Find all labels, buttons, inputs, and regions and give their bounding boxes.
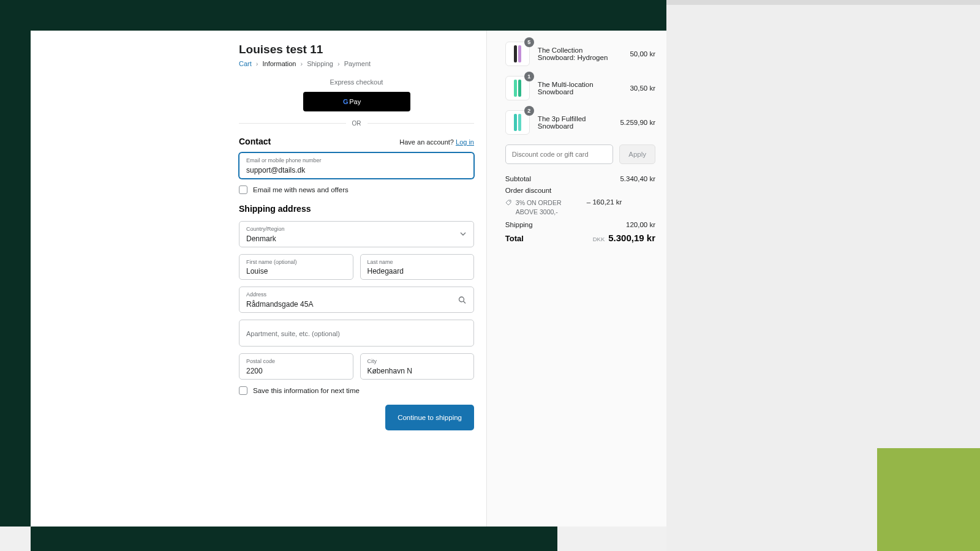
chevron-right-icon: › [256,60,258,67]
breadcrumb-payment[interactable]: Payment [344,60,371,67]
svg-point-2 [459,297,464,302]
breadcrumb-cart[interactable]: Cart [239,60,252,67]
product-price: 30,50 kr [630,84,655,92]
lastname-label: Last name [368,259,467,266]
email-input[interactable] [246,165,467,176]
city-input[interactable] [368,366,467,377]
line-item: 2 The 3p Fulfilled Snowboard 5.259,90 kr [505,110,655,135]
svg-text:Pay: Pay [349,98,361,105]
address-field[interactable]: Address [239,287,474,313]
contact-heading: Contact [239,137,271,146]
chevron-down-icon [460,231,466,237]
express-checkout-label: Express checkout [239,78,474,86]
line-item: 1 The Multi-location Snowboard 30,50 kr [505,76,655,100]
slide-background-left [0,0,31,527]
accent-block [877,448,980,551]
breadcrumb: Cart › Information › Shipping › Payment [239,60,474,67]
news-label: Email me with news and offers [253,186,349,193]
postal-label: Postal code [246,358,346,365]
breadcrumb-shipping[interactable]: Shipping [307,60,333,67]
total-value: 5.300,19 kr [608,233,655,243]
address-input[interactable] [246,299,467,310]
apply-discount-button[interactable]: Apply [619,144,655,164]
firstname-field[interactable]: First name (optional) [239,254,353,280]
google-pay-icon: G Pay [343,96,370,107]
product-name: The Multi-location Snowboard [538,81,622,96]
city-label: City [368,358,467,365]
email-label: Email or mobile phone number [246,157,467,164]
svg-text:G: G [343,98,349,105]
product-thumb-wrap: 5 [505,42,530,66]
order-discount-label: Order discount [505,187,551,194]
tag-icon [505,200,512,206]
chevron-right-icon: › [337,60,340,67]
order-summary-sidebar: 5 The Collection Snowboard: Hydrogen 50,… [486,31,666,527]
shipping-heading: Shipping address [239,204,474,214]
svg-point-4 [509,201,510,202]
firstname-input[interactable] [246,266,346,277]
chevron-right-icon: › [300,60,303,67]
news-offers-row[interactable]: Email me with news and offers [239,186,474,194]
subtotal-label: Subtotal [505,175,531,182]
total-currency: DKK [593,236,605,242]
product-thumb-wrap: 1 [505,76,530,100]
quantity-badge: 1 [524,72,534,81]
save-label: Save this information for next time [253,387,360,394]
search-icon [458,296,466,304]
product-price: 50,00 kr [630,50,655,58]
discount-code-input[interactable] [505,144,613,164]
apartment-input[interactable] [246,329,467,339]
store-title: Louises test 11 [239,43,474,56]
checkout-main-column: Louises test 11 Cart › Information › Shi… [31,31,486,527]
quantity-badge: 2 [524,106,534,116]
quantity-badge: 5 [524,37,534,47]
slide-background-top [0,0,666,31]
postal-field[interactable]: Postal code [239,353,353,380]
lastname-input[interactable] [368,266,467,277]
product-name: The 3p Fulfilled Snowboard [538,115,612,130]
continue-to-shipping-button[interactable]: Continue to shipping [385,405,474,430]
product-name: The Collection Snowboard: Hydrogen [538,47,622,61]
address-label: Address [246,291,467,298]
checkout-window: Louises test 11 Cart › Information › Shi… [31,31,666,527]
save-info-row[interactable]: Save this information for next time [239,386,474,395]
firstname-label: First name (optional) [246,259,346,266]
line-item: 5 The Collection Snowboard: Hydrogen 50,… [505,42,655,66]
divider-or: OR [239,120,474,127]
lastname-field[interactable]: Last name [360,254,475,280]
discount-name: 3% ON ORDER ABOVE 3000,- [516,198,583,217]
login-prompt: Have an account? Log in [399,138,474,146]
google-pay-button[interactable]: G Pay [303,92,410,111]
log-in-link[interactable]: Log in [456,138,474,146]
country-select[interactable] [246,234,467,244]
shipping-value: 120,00 kr [626,221,655,228]
total-label: Total [505,234,524,243]
subtotal-value: 5.340,40 kr [620,175,655,182]
product-thumb-wrap: 2 [505,110,530,135]
shipping-label: Shipping [505,221,533,228]
postal-input[interactable] [246,366,346,377]
save-checkbox[interactable] [239,386,247,395]
news-checkbox[interactable] [239,186,247,194]
product-price: 5.259,90 kr [620,119,655,126]
svg-line-3 [464,301,466,304]
email-field[interactable]: Email or mobile phone number [239,152,474,179]
breadcrumb-information: Information [262,60,296,67]
country-field[interactable]: Country/Region [239,221,474,247]
discount-amount: – 160,21 kr [587,198,622,206]
country-label: Country/Region [246,226,467,233]
city-field[interactable]: City [360,353,475,380]
apartment-field[interactable] [239,320,474,347]
